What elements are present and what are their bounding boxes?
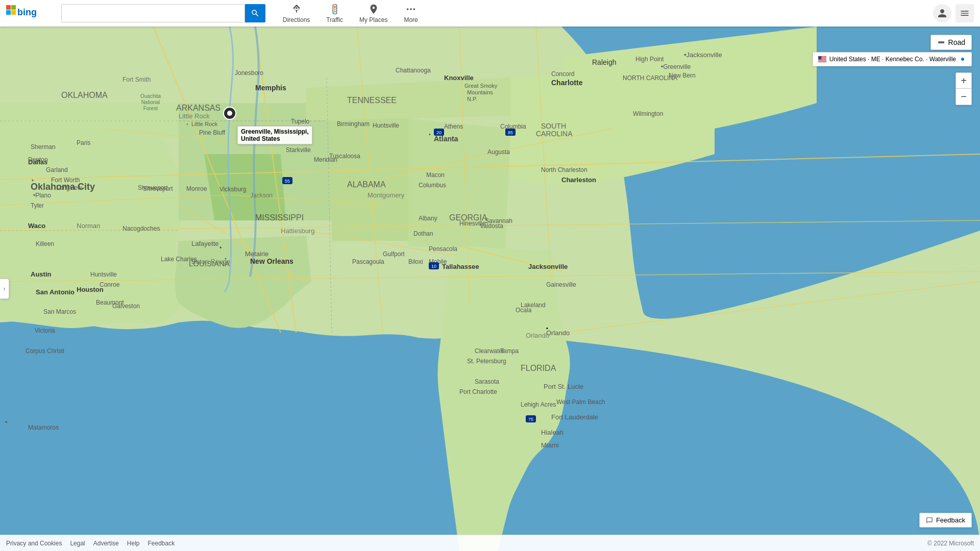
search-container: Greenville, Mississippi, United States	[61, 4, 265, 22]
search-input[interactable]: Greenville, Mississippi, United States	[61, 4, 245, 22]
svg-point-7	[334, 8, 336, 10]
svg-text:Hattiesburg: Hattiesburg	[281, 227, 314, 235]
location-label-line2: United States	[241, 135, 309, 142]
svg-rect-0	[6, 5, 11, 10]
svg-text:SOUTH: SOUTH	[541, 122, 566, 130]
footer-advertise-link[interactable]: Advertise	[93, 540, 119, 547]
nav-item-directions[interactable]: Directions	[276, 2, 317, 26]
nav-item-my-places[interactable]: My Places	[352, 2, 395, 26]
breadcrumb-text: United States · ME · Kennebec Co. · Wate…	[829, 56, 956, 63]
svg-text:Concord: Concord	[551, 70, 574, 78]
more-icon	[405, 4, 416, 15]
svg-text:Victoria: Victoria	[35, 327, 55, 334]
svg-text:Shreveport: Shreveport	[138, 184, 168, 191]
left-panel-toggle[interactable]: ›	[0, 279, 9, 299]
svg-text:•Plano: •Plano	[33, 192, 51, 199]
footer-legal-link[interactable]: Legal	[70, 540, 85, 547]
svg-text:Forest: Forest	[143, 106, 158, 111]
svg-text:55: 55	[285, 179, 290, 184]
footer-links: Privacy and Cookies Legal Advertise Help…	[6, 540, 175, 547]
person-icon	[937, 8, 947, 18]
svg-text:75: 75	[528, 417, 533, 422]
svg-text:Lehigh Acres: Lehigh Acres	[521, 401, 556, 408]
profile-button[interactable]	[933, 4, 951, 22]
svg-text:Lafayette: Lafayette	[191, 240, 219, 247]
svg-text:San Marcos: San Marcos	[43, 308, 76, 315]
directions-icon	[291, 4, 302, 15]
svg-text:Raleigh: Raleigh	[592, 58, 616, 66]
svg-text:Longview: Longview	[56, 184, 82, 191]
location-label: Greenville, Mississippi, United States	[237, 126, 312, 144]
svg-text:Huntsville: Huntsville	[90, 271, 117, 278]
svg-text:West Palm Beach: West Palm Beach	[556, 398, 605, 406]
svg-text:Pascagoula: Pascagoula	[352, 258, 384, 265]
flag-icon	[818, 56, 826, 62]
svg-text:Wilmington: Wilmington	[633, 110, 663, 117]
map-type-button[interactable]: Road	[930, 35, 972, 50]
svg-text:Great Smoky: Great Smoky	[464, 83, 498, 89]
svg-point-174	[961, 58, 964, 61]
svg-text:ALABAMA: ALABAMA	[347, 180, 386, 189]
traffic-icon	[329, 4, 340, 15]
zoom-in-button[interactable]: +	[955, 72, 972, 89]
svg-text:Macon: Macon	[426, 171, 445, 179]
svg-text:Columbus: Columbus	[419, 182, 446, 189]
footer-help-link[interactable]: Help	[127, 540, 140, 547]
road-icon	[937, 38, 945, 46]
svg-rect-172	[818, 61, 826, 62]
svg-text:Atlanta: Atlanta	[434, 135, 458, 143]
svg-text:10: 10	[431, 264, 436, 269]
svg-rect-171	[818, 60, 826, 61]
svg-text:Clearwater: Clearwater	[475, 347, 504, 355]
svg-text:Hialeah: Hialeah	[541, 429, 564, 436]
nav-item-more[interactable]: More	[397, 2, 425, 26]
menu-button[interactable]	[955, 4, 974, 22]
svg-text:Denton: Denton	[28, 156, 48, 163]
location-pin	[222, 106, 237, 123]
svg-text:Vicksburg: Vicksburg	[219, 186, 246, 193]
svg-text:Fort Lauderdale: Fort Lauderdale	[551, 413, 598, 421]
bing-logo[interactable]: bing	[6, 4, 57, 22]
svg-text:Dothan: Dothan	[413, 230, 433, 237]
svg-text:Little Rock: Little Rock	[191, 121, 218, 127]
directions-label: Directions	[283, 16, 310, 23]
footer-privacy-link[interactable]: Privacy and Cookies	[6, 540, 62, 547]
svg-rect-3	[11, 10, 16, 15]
svg-text:Starkville: Starkville	[286, 146, 311, 154]
svg-text:Sarasota: Sarasota	[475, 378, 499, 385]
svg-text:Jacksonville: Jacksonville	[528, 263, 568, 270]
svg-text:Chattanooga: Chattanooga	[396, 67, 431, 74]
svg-text:•: •	[5, 419, 7, 426]
map-container[interactable]: Oklahoma City Norman OKLAHOMA ARKANSAS L…	[0, 27, 980, 551]
svg-text:•: •	[219, 244, 222, 252]
svg-text:Pensacola: Pensacola	[429, 245, 457, 253]
feedback-button[interactable]: Feedback	[919, 513, 972, 528]
footer-feedback-link[interactable]: Feedback	[148, 540, 175, 547]
svg-text:Killeen: Killeen	[36, 240, 54, 247]
svg-text:Galveston: Galveston	[112, 303, 140, 310]
svg-text:Hinesville: Hinesville	[459, 220, 486, 227]
feedback-label: Feedback	[936, 516, 965, 524]
svg-text:Tupelo: Tupelo	[291, 118, 310, 125]
svg-text:Norman: Norman	[77, 222, 100, 230]
hamburger-icon	[960, 8, 970, 18]
nav-item-traffic[interactable]: Traffic	[319, 2, 350, 26]
svg-text:bing: bing	[17, 7, 37, 17]
svg-text:Albany: Albany	[419, 215, 437, 222]
svg-point-11	[413, 8, 415, 10]
svg-text:CAROLINA: CAROLINA	[536, 130, 573, 138]
svg-text:Ouachita: Ouachita	[140, 93, 161, 99]
svg-text:Knoxville: Knoxville	[444, 74, 474, 82]
svg-text:Lakeland: Lakeland	[521, 302, 546, 309]
svg-text:Orlando: Orlando	[546, 329, 570, 337]
header: bing Greenville, Mississippi, United Sta…	[0, 0, 980, 27]
svg-text:North Charleston: North Charleston	[541, 166, 587, 173]
svg-text:•: •	[32, 177, 34, 183]
svg-text:St. Petersburg: St. Petersburg	[467, 358, 506, 365]
svg-text:Tallahassee: Tallahassee	[442, 263, 479, 270]
zoom-out-button[interactable]: −	[955, 89, 972, 105]
location-breadcrumb[interactable]: United States · ME · Kennebec Co. · Wate…	[813, 52, 972, 66]
feedback-icon	[926, 517, 933, 524]
svg-text:High Point: High Point	[635, 56, 664, 63]
search-button[interactable]	[245, 4, 265, 22]
